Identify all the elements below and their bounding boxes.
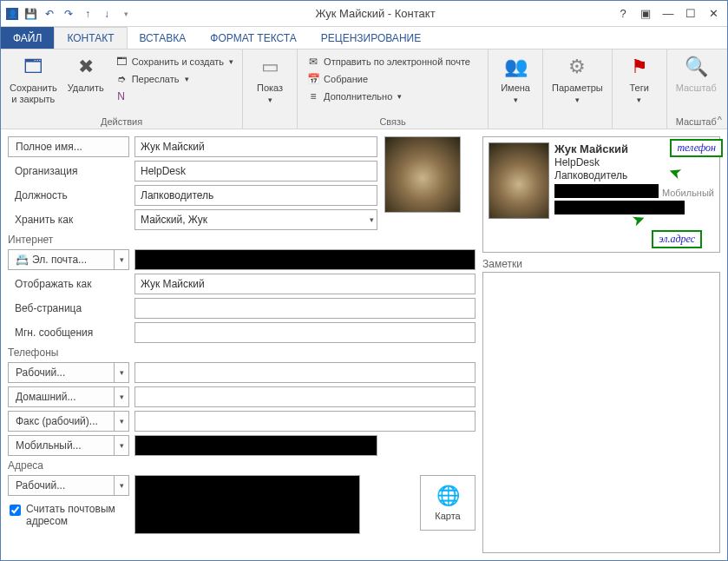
webpage-label: Веб-страница — [8, 298, 129, 319]
phone-work-dropdown[interactable]: Рабочий...▾ — [8, 362, 129, 383]
chevron-down-icon[interactable]: ▾ — [114, 362, 129, 383]
mailing-checkbox-input[interactable] — [10, 505, 21, 516]
card-mobile-label: Мобильный — [662, 188, 714, 198]
contact-photo[interactable] — [384, 136, 461, 213]
address-type-dropdown[interactable]: Рабочий...▾ — [8, 475, 129, 496]
ribbon-group-zoom: 🔍 Масштаб Масштаб — [667, 50, 725, 129]
notes-textarea[interactable] — [482, 272, 720, 553]
delete-button[interactable]: ✖ Удалить — [64, 51, 108, 96]
down-arrow-icon[interactable]: ↓ — [100, 7, 114, 21]
tags-button[interactable]: ⚑ Теги▾ — [618, 51, 661, 106]
email-type-dropdown[interactable]: 📇Эл. почта... ▾ — [8, 249, 129, 270]
ribbon: 🗔 Сохранить и закрыть ✖ Удалить 🗔Сохрани… — [1, 50, 727, 129]
file-as-combo[interactable] — [134, 209, 377, 230]
save-icon[interactable]: 💾 — [23, 7, 37, 21]
zoom-button[interactable]: 🔍 Масштаб — [672, 51, 720, 96]
phone-work-input[interactable] — [134, 362, 475, 383]
ribbon-group-params: ⚙ Параметры▾ — [543, 50, 613, 129]
mailing-address-checkbox[interactable]: Считать почтовым адресом — [10, 503, 129, 528]
window-title: Жук Майский - Контакт — [138, 7, 613, 20]
card-org: HelpDesk — [554, 156, 685, 168]
phone-home-dropdown[interactable]: Домашний...▾ — [8, 386, 129, 407]
ribbon-group-names: 👥 Имена▾ — [489, 50, 543, 129]
card-photo — [489, 142, 549, 219]
email-input[interactable] — [134, 249, 475, 270]
ribbon-toggle-button[interactable]: ▣ — [635, 5, 656, 23]
addresses-section-header: Адреса — [8, 459, 475, 472]
window-controls: ? ▣ — ☐ ✕ — [613, 5, 727, 23]
card-email-redacted — [554, 201, 685, 214]
more-button[interactable]: ≡Дополнительно▾ — [303, 88, 474, 105]
contact-form-body: Полное имя... Организация Должность Хран… — [1, 129, 727, 560]
tab-insert[interactable]: ВСТАВКА — [128, 27, 199, 49]
display-as-input[interactable] — [134, 274, 475, 294]
full-name-input[interactable] — [134, 136, 377, 157]
minimize-button[interactable]: — — [658, 5, 679, 23]
show-button[interactable]: ▭ Показ▾ — [248, 51, 292, 106]
tab-contact[interactable]: КОНТАКТ — [54, 27, 127, 49]
onenote-icon: N — [115, 89, 128, 103]
params-button[interactable]: ⚙ Параметры▾ — [548, 51, 607, 106]
qat-dropdown-icon[interactable]: ▾ — [119, 7, 133, 21]
redo-icon[interactable]: ↷ — [62, 7, 75, 21]
maximize-button[interactable]: ☐ — [680, 5, 701, 23]
internet-section-header: Интернет — [8, 234, 475, 246]
save-and-new-button[interactable]: 🗔Сохранить и создать▾ — [111, 53, 237, 70]
globe-icon: 🌐 — [436, 485, 460, 507]
phone-mobile-dropdown[interactable]: Мобильный...▾ — [8, 435, 129, 456]
ribbon-group-link: ✉Отправить по электронной почте 📅Собрани… — [298, 50, 489, 129]
organization-label: Организация — [8, 161, 129, 182]
phone-fax-input[interactable] — [134, 411, 475, 432]
close-button[interactable]: ✕ — [703, 5, 724, 23]
tab-file[interactable]: ФАЙЛ — [1, 27, 54, 49]
im-input[interactable] — [134, 322, 475, 343]
meeting-button[interactable]: 📅Собрание — [303, 70, 474, 88]
contact-icon[interactable]: 👤 — [6, 8, 18, 20]
delete-icon: ✖ — [72, 53, 100, 81]
undo-icon[interactable]: ↶ — [43, 7, 56, 21]
onenote-button[interactable]: N — [111, 88, 237, 105]
im-label: Мгн. сообщения — [8, 322, 129, 343]
chevron-down-icon[interactable]: ▾ — [114, 249, 129, 270]
phones-section-header: Телефоны — [8, 346, 475, 359]
names-button[interactable]: 👥 Имена▾ — [494, 51, 537, 106]
business-card-preview[interactable]: Жук Майский HelpDesk Лапководитель Мобил… — [482, 136, 720, 253]
phone-mobile-input[interactable] — [134, 435, 377, 456]
title-bar: 👤 💾 ↶ ↷ ↑ ↓ ▾ Жук Майский - Контакт ? ▣ … — [1, 1, 727, 27]
save-and-close-button[interactable]: 🗔 Сохранить и закрыть — [6, 51, 61, 106]
job-title-label: Должность — [8, 185, 129, 206]
webpage-input[interactable] — [134, 298, 475, 319]
tab-format[interactable]: ФОРМАТ ТЕКСТА — [198, 27, 308, 49]
organization-input[interactable] — [134, 161, 377, 182]
annotation-phone: телефон — [670, 139, 723, 157]
tab-review[interactable]: РЕЦЕНЗИРОВАНИЕ — [309, 27, 433, 49]
save-close-icon: 🗔 — [19, 53, 47, 81]
show-icon: ▭ — [256, 53, 284, 81]
up-arrow-icon[interactable]: ↑ — [81, 7, 95, 21]
forward-icon: ➮ — [115, 72, 128, 86]
phone-fax-dropdown[interactable]: Факс (рабочий)...▾ — [8, 411, 129, 432]
quick-access-toolbar: 👤 💾 ↶ ↷ ↑ ↓ ▾ — [1, 7, 138, 21]
map-button[interactable]: 🌐 Карта — [420, 475, 475, 531]
ribbon-tabs: ФАЙЛ КОНТАКТ ВСТАВКА ФОРМАТ ТЕКСТА РЕЦЕН… — [1, 27, 727, 50]
address-textarea[interactable] — [134, 475, 360, 534]
send-email-button[interactable]: ✉Отправить по электронной почте — [303, 53, 474, 70]
phone-home-input[interactable] — [134, 386, 475, 407]
full-name-button[interactable]: Полное имя... — [8, 136, 129, 157]
zoom-icon: 🔍 — [682, 53, 710, 81]
help-button[interactable]: ? — [613, 5, 633, 23]
chevron-down-icon[interactable]: ▾ — [114, 435, 129, 456]
chevron-down-icon[interactable]: ▾ — [114, 475, 129, 496]
card-phone-redacted — [554, 184, 659, 198]
meeting-icon: 📅 — [306, 72, 320, 86]
chevron-down-icon[interactable]: ▾ — [114, 386, 129, 407]
forward-button[interactable]: ➮Переслать▾ — [111, 70, 237, 88]
job-title-input[interactable] — [134, 185, 377, 206]
ribbon-group-actions: 🗔 Сохранить и закрыть ✖ Удалить 🗔Сохрани… — [1, 50, 243, 129]
collapse-ribbon-button[interactable]: ^ — [718, 115, 722, 125]
more-icon: ≡ — [306, 89, 320, 103]
annotation-email: эл.адрес — [652, 230, 702, 248]
email-icon: ✉ — [306, 55, 320, 69]
file-as-label: Хранить как — [8, 209, 129, 230]
chevron-down-icon[interactable]: ▾ — [114, 411, 129, 432]
